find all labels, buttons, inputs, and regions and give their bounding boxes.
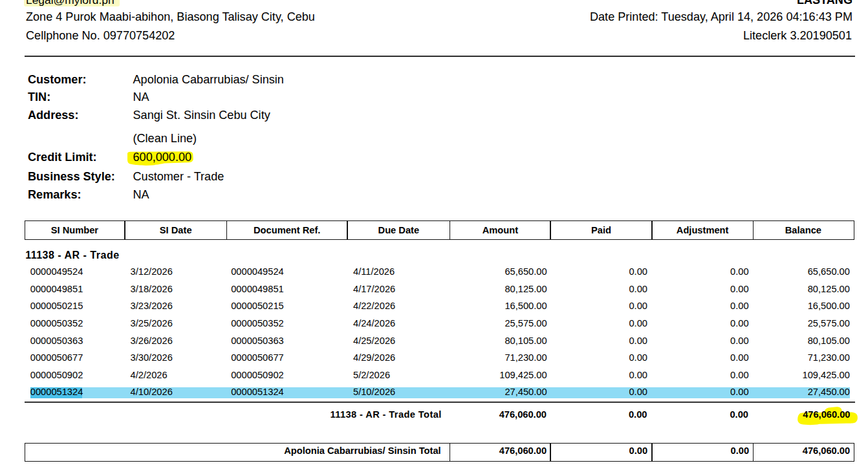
cell-si-number: 0000050215 — [30, 297, 83, 315]
group-total-amount: 476,060.00 — [499, 410, 547, 420]
cell-due-date: 5/10/2026 — [353, 383, 395, 401]
cell-amount: 27,450.00 — [505, 383, 547, 401]
column-header-paid[interactable]: Paid — [551, 221, 651, 239]
cell-si-date: 3/23/2026 — [131, 297, 173, 315]
cell-amount: 71,230.00 — [505, 349, 547, 367]
table-row[interactable]: 0000050902 4/2/2026 0000050902 5/2/2026 … — [25, 367, 855, 384]
header-divider — [25, 56, 855, 57]
column-header-adjustment[interactable]: Adjustment — [653, 221, 753, 239]
cell-document-ref: 0000050902 — [231, 367, 284, 384]
group-label: 11138 - AR - Trade — [25, 250, 119, 261]
cell-paid: 0.00 — [629, 349, 647, 367]
grand-total-row: Apolonia Cabarrubias/ Sinsin Total 476,0… — [25, 443, 855, 462]
customer-value: Apolonia Cabarrubias/ Sinsin — [133, 74, 284, 85]
company-phone: Cellphone No. 09770754202 — [26, 30, 175, 41]
customer-label: Customer: — [28, 74, 86, 85]
column-header-document-ref[interactable]: Document Ref. — [227, 221, 347, 239]
app-version: Liteclerk 3.20190501 — [743, 30, 852, 41]
remarks-value: NA — [133, 189, 149, 200]
cell-amount: 25,575.00 — [505, 315, 547, 332]
cell-balance: 109,425.00 — [803, 367, 850, 384]
table-row[interactable]: 0000050352 3/25/2026 0000050352 4/24/202… — [25, 315, 855, 332]
credit-limit-label: Credit Limit: — [28, 151, 97, 163]
table-row-selected[interactable]: 0000051324 4/10/2026 0000051324 5/10/202… — [25, 383, 855, 401]
column-divider — [550, 444, 551, 461]
cell-si-date: 3/25/2026 — [131, 315, 173, 332]
tin-label: TIN: — [28, 91, 50, 103]
cell-balance: 80,125.00 — [808, 281, 850, 298]
cell-due-date: 4/22/2026 — [353, 297, 395, 315]
cell-document-ref: 0000050215 — [231, 297, 284, 315]
column-header-si-date[interactable]: SI Date — [125, 221, 226, 239]
address-value: Sangi St. Sinsin Cebu City — [133, 109, 270, 121]
cell-adjustment: 0.00 — [730, 367, 749, 384]
cell-si-number: 0000049524 — [30, 263, 83, 281]
cell-amount: 16,500.00 — [505, 297, 547, 315]
cell-si-date: 3/18/2026 — [131, 281, 173, 298]
cell-si-number: 0000050902 — [30, 367, 83, 384]
column-header-balance[interactable]: Balance — [754, 221, 853, 239]
date-printed: Date Printed: Tuesday, April 14, 2026 04… — [590, 11, 852, 23]
cell-adjustment: 0.00 — [730, 297, 749, 315]
grand-total-balance: 476,060.00 — [803, 444, 850, 461]
column-header-amount[interactable]: Amount — [450, 221, 550, 239]
tin-value: NA — [133, 91, 149, 103]
cell-si-number: 0000051324 — [30, 383, 83, 401]
company-name: LASTANG — [797, 0, 852, 6]
cell-due-date: 4/29/2026 — [353, 349, 395, 367]
table-row[interactable]: 0000049524 3/12/2026 0000049524 4/11/202… — [25, 263, 855, 281]
cell-due-date: 4/24/2026 — [353, 315, 395, 332]
table-row[interactable]: 0000049851 3/18/2026 0000049851 4/17/202… — [25, 281, 855, 298]
column-header-si-number[interactable]: SI Number — [25, 221, 125, 239]
cell-balance: 80,105.00 — [808, 332, 850, 350]
cell-balance: 71,230.00 — [808, 349, 850, 367]
cell-adjustment: 0.00 — [730, 349, 749, 367]
cell-due-date: 4/11/2026 — [353, 263, 395, 281]
cell-si-date: 3/26/2026 — [131, 332, 173, 350]
group-total-label: 11138 - AR - Trade Total — [330, 410, 441, 420]
table-row[interactable]: 0000050215 3/23/2026 0000050215 4/22/202… — [25, 297, 855, 315]
cell-adjustment: 0.00 — [730, 383, 749, 401]
cell-document-ref: 0000050677 — [231, 349, 284, 367]
grand-total-paid: 0.00 — [629, 444, 648, 461]
table-row[interactable]: 0000050677 3/30/2026 0000050677 4/29/202… — [25, 349, 855, 367]
business-style-value: Customer - Trade — [133, 171, 224, 182]
column-header-due-date[interactable]: Due Date — [348, 221, 450, 239]
column-divider — [651, 444, 653, 461]
cell-paid: 0.00 — [629, 297, 647, 315]
cell-document-ref: 0000049524 — [231, 263, 284, 281]
cell-paid: 0.00 — [629, 315, 647, 332]
column-divider — [226, 221, 228, 239]
grand-total-label: Apolonia Cabarrubias/ Sinsin Total — [25, 444, 441, 461]
cell-due-date: 5/2/2026 — [353, 367, 390, 384]
column-divider — [753, 221, 754, 239]
cell-document-ref: 0000049851 — [231, 281, 284, 298]
cell-balance: 27,450.00 — [808, 383, 850, 401]
cell-si-date: 4/2/2026 — [131, 367, 168, 384]
grand-total-amount: 476,060.00 — [499, 444, 547, 461]
table-row[interactable]: 0000050363 3/26/2026 0000050363 4/25/202… — [25, 332, 855, 350]
cell-si-number: 0000050363 — [30, 332, 83, 350]
cell-balance: 16,500.00 — [808, 297, 850, 315]
cell-amount: 65,650.00 — [505, 263, 547, 281]
cell-due-date: 4/25/2026 — [353, 332, 395, 350]
cell-balance: 25,575.00 — [808, 315, 850, 332]
cell-document-ref: 0000050363 — [231, 332, 284, 350]
address-label: Address: — [28, 109, 78, 121]
cell-si-date: 3/12/2026 — [131, 263, 173, 281]
cell-adjustment: 0.00 — [730, 263, 749, 281]
total-separator — [25, 402, 855, 403]
column-divider — [651, 221, 653, 239]
cell-document-ref: 0000050352 — [231, 315, 284, 332]
cell-si-date: 3/30/2026 — [131, 349, 173, 367]
group-total-balance: 476,060.00 — [803, 410, 850, 420]
group-total-adjustment: 0.00 — [730, 410, 748, 420]
cell-document-ref: 0000051324 — [231, 383, 284, 401]
table-header: SI Number SI Date Document Ref. Due Date… — [25, 220, 855, 240]
credit-limit-value: 600,000.00 — [133, 151, 192, 163]
cell-balance: 65,650.00 — [808, 263, 850, 281]
group-total-paid: 0.00 — [629, 410, 647, 420]
cell-paid: 0.00 — [629, 367, 647, 384]
cell-amount: 109,425.00 — [499, 367, 547, 384]
cell-si-number: 0000050677 — [30, 349, 83, 367]
